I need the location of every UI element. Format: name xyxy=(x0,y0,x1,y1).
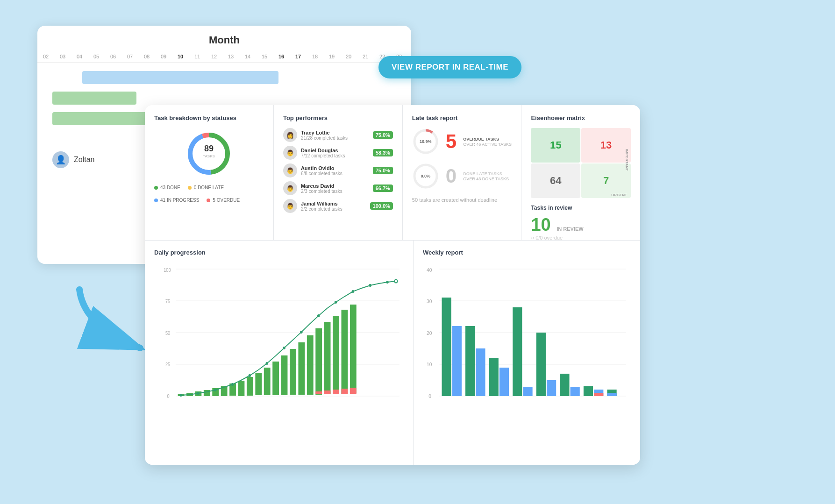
svg-text:50: 50 xyxy=(165,331,170,336)
svg-rect-42 xyxy=(342,389,348,394)
task-breakdown-title: Task breakdown by statuses xyxy=(154,114,264,121)
svg-rect-37 xyxy=(342,310,348,394)
weekly-report-panel: Weekly report 40 30 20 10 0 xyxy=(414,241,640,465)
done-late-row: 0.0% 0 DONE LATE TASKS OVER 43 DONE TASK… xyxy=(412,163,512,190)
overdue-pct: 10.9% xyxy=(420,139,432,144)
done-late-count: 0 xyxy=(446,165,457,187)
overdue-label: OVERDUE TASKS xyxy=(463,136,512,142)
svg-rect-30 xyxy=(281,355,288,395)
avatar: 👤 xyxy=(52,151,69,168)
svg-rect-26 xyxy=(247,377,253,396)
daily-chart-container: 100 75 50 25 0 xyxy=(154,263,404,431)
top-row: Task breakdown by statuses 89 TASKS xyxy=(145,105,640,241)
performer-avatar: 👩 xyxy=(283,128,297,142)
svg-rect-84 xyxy=(607,393,616,396)
svg-rect-35 xyxy=(324,322,331,394)
overdue-sublabel: OVER 46 ACTIVE TASKS xyxy=(463,142,512,147)
weekly-report-title: Weekly report xyxy=(423,249,631,256)
svg-point-46 xyxy=(214,389,217,391)
performer-row: 👨 Daniel Douglas 7/12 completed tasks 58… xyxy=(283,146,393,160)
svg-point-54 xyxy=(352,290,355,293)
tasks-in-review-section: Tasks in review 10 IN REVIEW ○ 0/0 overd… xyxy=(531,205,631,240)
top-performers-title: Top performers xyxy=(283,114,393,121)
performer-info: Jamal Williams 2/2 completed tasks xyxy=(301,201,366,212)
review-overdue: ○ 0/0 overdue xyxy=(531,235,631,240)
svg-rect-27 xyxy=(255,373,262,395)
review-count: 10 xyxy=(531,215,550,235)
svg-text:25: 25 xyxy=(165,362,170,367)
svg-rect-76 xyxy=(536,333,546,396)
task-breakdown-panel: Task breakdown by statuses 89 TASKS xyxy=(145,105,274,240)
svg-rect-80 xyxy=(584,386,593,396)
svg-rect-29 xyxy=(272,362,279,395)
svg-rect-36 xyxy=(333,316,339,394)
calendar-title: Month xyxy=(37,26,411,51)
line-chart xyxy=(181,281,396,395)
cal-bar-green1 xyxy=(52,92,136,105)
review-label: IN REVIEW xyxy=(557,226,583,232)
svg-rect-74 xyxy=(513,307,522,396)
svg-rect-39 xyxy=(315,391,322,394)
svg-point-53 xyxy=(335,301,337,304)
svg-rect-70 xyxy=(465,326,475,396)
axis-urgent-label: Urgent xyxy=(611,193,627,197)
svg-point-48 xyxy=(249,374,251,377)
svg-point-47 xyxy=(231,383,234,386)
weekly-chart: 40 30 20 10 0 xyxy=(423,263,631,421)
bottom-row: Daily progression 100 75 50 25 0 xyxy=(145,241,640,465)
legend-overdue: 5 OVERDUE xyxy=(207,198,240,203)
svg-rect-33 xyxy=(307,335,314,395)
svg-point-44 xyxy=(179,394,182,397)
done-late-pct: 0.0% xyxy=(421,174,431,178)
svg-text:20: 20 xyxy=(427,331,432,336)
svg-point-51 xyxy=(300,331,303,334)
done-late-label: DONE LATE TASKS xyxy=(463,171,509,177)
eisenhower-title: Eisenhower matrix xyxy=(531,114,631,121)
donut-chart: 89 TASKS xyxy=(183,128,235,179)
svg-rect-32 xyxy=(298,342,305,395)
legend-in-progress: 41 IN PROGRESS xyxy=(154,198,199,203)
performer-row: 👨 Jamal Williams 2/2 completed tasks 100… xyxy=(283,199,393,213)
svg-rect-68 xyxy=(442,298,451,396)
task-legend: 43 DONE 0 DONE LATE 41 IN PROGRESS 5 OVE… xyxy=(154,185,264,203)
svg-text:75: 75 xyxy=(165,299,170,304)
svg-rect-69 xyxy=(452,326,462,396)
legend-dot-done-late xyxy=(188,186,192,190)
performer-row: 👨 Marcus David 2/3 completed tasks 66.7% xyxy=(283,181,393,195)
performer-info: Marcus David 2/3 completed tasks xyxy=(301,183,369,194)
svg-rect-72 xyxy=(489,358,499,396)
done-late-sublabel: OVER 43 DONE TASKS xyxy=(463,177,509,181)
donut-total: 89 xyxy=(204,144,214,153)
svg-rect-43 xyxy=(350,388,357,394)
legend-dot-in-progress xyxy=(154,199,158,202)
late-task-panel: Late task report 10.9% 5 OVERDUE TASKS O… xyxy=(403,105,522,240)
eisen-cell-tr: 13 xyxy=(581,128,631,163)
top-performers-panel: Top performers 👩 Tracy Lottie 21/28 comp… xyxy=(274,105,403,240)
performer-info: Tracy Lottie 21/28 completed tasks xyxy=(301,130,369,141)
legend-done: 43 DONE xyxy=(154,185,180,190)
svg-text:0: 0 xyxy=(428,394,431,399)
svg-rect-38 xyxy=(350,305,357,393)
daily-chart: 100 75 50 25 0 xyxy=(154,263,404,421)
tasks-in-review-title: Tasks in review xyxy=(531,205,631,211)
svg-rect-73 xyxy=(500,368,509,396)
svg-rect-77 xyxy=(547,380,556,396)
calendar-header: 02 03 04 05 06 07 08 09 10 11 12 13 14 1… xyxy=(37,51,411,63)
svg-rect-79 xyxy=(571,387,580,396)
eisen-cell-bl: 64 xyxy=(531,163,580,198)
performer-row: 👩 Tracy Lottie 21/28 completed tasks 75.… xyxy=(283,128,393,142)
svg-point-55 xyxy=(369,284,371,287)
svg-rect-75 xyxy=(523,387,532,396)
performer-info: Austin Ovidio 6/8 completed tasks xyxy=(301,165,369,176)
view-report-button[interactable]: VIEW REPORT IN REAL-TIME xyxy=(378,56,521,78)
svg-point-45 xyxy=(197,392,200,395)
svg-rect-34 xyxy=(315,328,322,395)
donut-chart-container: 89 TASKS xyxy=(154,128,264,179)
svg-point-57 xyxy=(394,280,397,283)
svg-point-49 xyxy=(265,362,268,365)
svg-text:40: 40 xyxy=(427,268,432,273)
svg-rect-28 xyxy=(264,368,271,395)
performer-info: Daniel Douglas 7/12 completed tasks xyxy=(301,148,369,158)
svg-rect-71 xyxy=(476,348,485,396)
performer-avatar: 👨 xyxy=(283,181,297,195)
